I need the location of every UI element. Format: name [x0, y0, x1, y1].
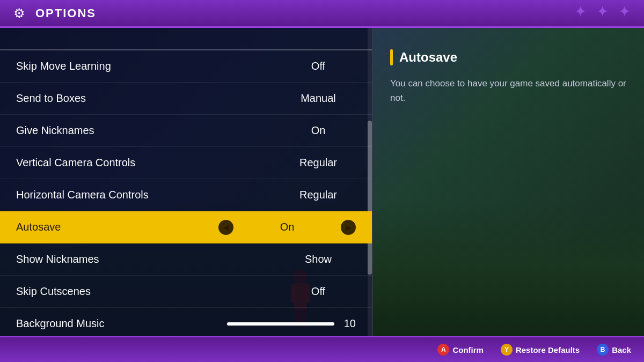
- description-panel: Autosave You can choose to have your gam…: [373, 28, 644, 336]
- back-button[interactable]: B Back: [597, 344, 631, 356]
- option-value-show-nicknames: Show: [281, 253, 356, 265]
- option-label-skip-cutscenes: Skip Cutscenes: [16, 285, 281, 298]
- main-content: Skip Move Learning Off Send to Boxes Man…: [0, 28, 644, 336]
- b-button-icon: B: [597, 344, 609, 356]
- header-bar: ⚙ OPTIONS ✦ ✦ ✦: [0, 0, 644, 28]
- option-value-horizontal-camera: Regular: [281, 189, 356, 201]
- autosave-arrows: ◀ On ▶: [218, 220, 356, 235]
- page-title: OPTIONS: [35, 6, 96, 20]
- option-label-horizontal-camera: Horizontal Camera Controls: [16, 189, 281, 201]
- list-item-partial: [0, 28, 372, 49]
- option-row-autosave[interactable]: Autosave ◀ On ▶: [0, 211, 372, 243]
- description-title: Autosave: [399, 50, 457, 65]
- restore-label: Restore Defaults: [516, 345, 580, 354]
- option-value-skip-move-learning: Off: [281, 60, 356, 72]
- accent-bar: [390, 49, 393, 65]
- options-panel: Skip Move Learning Off Send to Boxes Man…: [0, 28, 373, 336]
- description-text: You can choose to have your game saved a…: [390, 76, 627, 105]
- right-arrow-icon[interactable]: ▶: [341, 220, 356, 235]
- option-label-skip-move-learning: Skip Move Learning: [16, 60, 281, 72]
- option-row-background-music[interactable]: Background Music 10: [0, 308, 372, 336]
- option-label-vertical-camera: Vertical Camera Controls: [16, 157, 281, 169]
- option-label-autosave: Autosave: [16, 221, 218, 233]
- restore-defaults-button[interactable]: Y Restore Defaults: [501, 344, 580, 356]
- header-decoration: ✦ ✦ ✦: [574, 3, 633, 20]
- option-row-skip-move-learning[interactable]: Skip Move Learning Off: [0, 50, 372, 83]
- selected-arrow-icon: [0, 218, 9, 237]
- option-row-give-nicknames[interactable]: Give Nicknames On: [0, 115, 372, 147]
- option-row-send-to-boxes[interactable]: Send to Boxes Manual: [0, 83, 372, 115]
- background-music-slider-row: 10: [186, 317, 356, 330]
- confirm-button[interactable]: A Confirm: [437, 344, 484, 356]
- a-button-icon: A: [437, 344, 449, 356]
- bottom-bar: A Confirm Y Restore Defaults B Back: [0, 336, 644, 362]
- option-label-show-nicknames: Show Nicknames: [16, 253, 281, 265]
- option-value-autosave: On: [266, 221, 309, 233]
- description-title-row: Autosave: [390, 49, 627, 65]
- option-row-skip-cutscenes[interactable]: Skip Cutscenes Off: [0, 276, 372, 308]
- background-music-value: 10: [340, 317, 356, 330]
- confirm-label: Confirm: [452, 345, 484, 354]
- option-label-background-music: Background Music: [16, 317, 186, 330]
- background-music-fill: [227, 322, 334, 326]
- option-row-show-nicknames[interactable]: Show Nicknames Show: [0, 243, 372, 276]
- option-value-skip-cutscenes: Off: [281, 285, 356, 298]
- background-music-track[interactable]: [227, 322, 334, 326]
- option-row-vertical-camera[interactable]: Vertical Camera Controls Regular: [0, 147, 372, 179]
- option-value-send-to-boxes: Manual: [281, 92, 356, 105]
- gear-icon: ⚙: [11, 5, 28, 22]
- option-value-vertical-camera: Regular: [281, 157, 356, 169]
- option-label-send-to-boxes: Send to Boxes: [16, 92, 281, 105]
- left-arrow-icon[interactable]: ◀: [218, 220, 233, 235]
- y-button-icon: Y: [501, 344, 513, 356]
- option-value-give-nicknames: On: [281, 124, 356, 137]
- option-row-horizontal-camera[interactable]: Horizontal Camera Controls Regular: [0, 179, 372, 211]
- back-label: Back: [612, 345, 631, 354]
- option-label-give-nicknames: Give Nicknames: [16, 124, 281, 137]
